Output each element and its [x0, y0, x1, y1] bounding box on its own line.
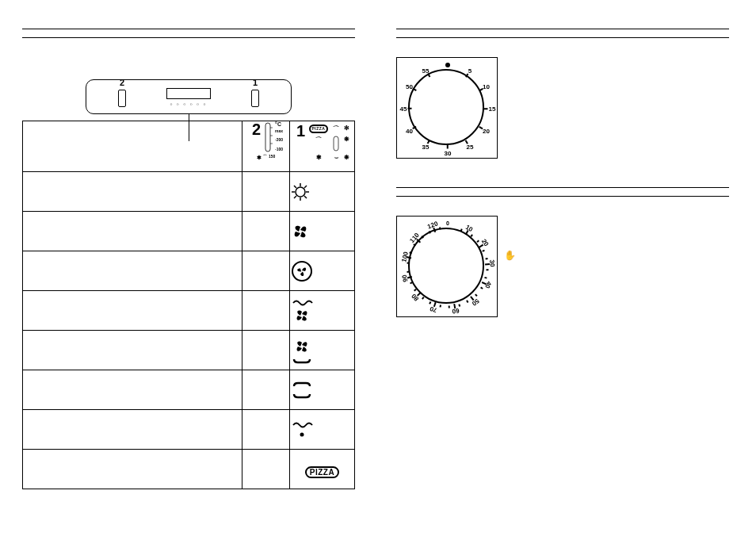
dial-tick — [479, 243, 483, 247]
wave-dot-icon — [290, 410, 355, 450]
dial-number: 35 — [422, 144, 430, 151]
dial-number: 90 — [400, 274, 409, 283]
light-icon — [290, 172, 355, 212]
header-knob-1: 1 PIZZA ⌒ ✻ ⌒ ❋ ✱ ⌣ ❋ — [290, 121, 355, 172]
header-desc — [23, 121, 242, 172]
rule-line — [396, 37, 729, 38]
svg-line-12 — [304, 186, 307, 188]
dial-tick — [429, 301, 431, 304]
fan-solid-icon — [290, 212, 355, 251]
brackets-icon — [290, 370, 355, 410]
wave-fan-icon — [290, 291, 355, 331]
svg-point-5 — [296, 187, 305, 197]
dial-number: 5 — [468, 67, 472, 74]
dial-zero: 0 — [446, 220, 449, 226]
timer-dial-60: 510152025303540455055 — [396, 57, 498, 159]
dial-number: 15 — [489, 105, 496, 113]
dial-tick — [475, 293, 478, 296]
table-row — [23, 251, 355, 291]
table-row — [23, 172, 355, 212]
hand-icon: ✋ — [504, 250, 516, 261]
dial-number: 20 — [483, 128, 490, 135]
knob-slot-right — [251, 90, 259, 107]
dial-tick — [485, 263, 490, 265]
temp-unit-label: °C — [275, 121, 283, 128]
dial-tick — [447, 145, 449, 149]
svg-point-14 — [292, 262, 311, 281]
dial-tick — [483, 249, 485, 251]
fan-mini-icon: ✱ — [257, 155, 262, 161]
dial-tick — [485, 277, 487, 278]
header-knob-2: 2 °C max -200 -100 — [242, 121, 290, 172]
dial-tick — [467, 300, 469, 302]
wave-mini-icon: ❋ — [344, 154, 349, 162]
conv-mini-icon: ❋ — [344, 136, 349, 151]
timer-dial-120: 0102030405060708090100110120 — [396, 216, 498, 317]
fan-circle-icon — [290, 251, 355, 291]
svg-line-13 — [294, 196, 296, 198]
dial-tick — [480, 287, 483, 289]
dial-number: 45 — [400, 105, 407, 113]
svg-point-15 — [300, 432, 304, 436]
temperature-knob-icon — [262, 121, 273, 153]
table-row — [23, 410, 355, 450]
svg-line-10 — [294, 186, 296, 188]
fan-mini-icon: ✻ — [344, 125, 349, 133]
knob-label-2: 2 — [120, 78, 124, 87]
dial-tick — [422, 297, 424, 299]
svg-rect-0 — [265, 123, 270, 151]
rule-line — [22, 37, 355, 38]
dial-tick — [476, 240, 479, 242]
right-column: 510152025303540455055 010203040506070809… — [396, 29, 729, 317]
knob-slot-left — [118, 90, 126, 107]
dial-tick — [408, 108, 412, 109]
svg-rect-4 — [334, 136, 338, 151]
dial-tick — [449, 305, 450, 308]
dial-number: 40 — [484, 280, 494, 289]
table-row — [23, 370, 355, 410]
fan-br-mini-icon: ✱ — [309, 154, 329, 162]
dial-tick — [470, 234, 472, 236]
header-1-number: 1 — [293, 123, 305, 139]
header-2-number: 2 — [249, 121, 261, 137]
mini-knob-icon — [333, 136, 339, 151]
table-row: PIZZA — [23, 450, 355, 489]
brackets-mini-icon: ⌣ — [333, 154, 339, 162]
dial-tick — [453, 304, 456, 308]
dial-number: 10 — [483, 83, 490, 90]
dial-tick — [459, 304, 460, 306]
pizza-mini-icon: PIZZA — [309, 125, 329, 133]
table-row — [23, 291, 355, 331]
dial-number: 25 — [467, 144, 474, 151]
dial-tick — [439, 227, 441, 229]
dial-tick — [484, 108, 488, 109]
rule-line — [396, 196, 729, 197]
dial-tick — [414, 289, 417, 291]
dial-tick — [486, 269, 488, 270]
light-mini-icon: ⌒ — [309, 136, 329, 151]
panel-display — [166, 88, 211, 99]
dial-tick — [440, 305, 441, 308]
dial-number: 30 — [445, 150, 452, 157]
table-row — [23, 331, 355, 370]
fan-bracket-icon — [290, 331, 355, 370]
knob-label-1: 1 — [253, 78, 258, 87]
pizza-icon: PIZZA — [290, 450, 355, 489]
brackets-mini-icon: ⌒ — [333, 125, 339, 133]
cooking-modes-table: 2 °C max -200 -100 — [22, 121, 355, 489]
table-row — [23, 212, 355, 251]
dial-tick — [485, 258, 487, 259]
panel-display-dots: ○ ○ ○ ○ ○ ○ — [170, 102, 207, 106]
dial-top-dot — [445, 63, 450, 67]
left-column: 2 1 ○ ○ ○ ○ ○ ○ 2 — [22, 29, 355, 489]
svg-line-11 — [304, 196, 307, 198]
control-panel-diagram: 2 1 ○ ○ ○ ○ ○ ○ — [86, 79, 292, 114]
